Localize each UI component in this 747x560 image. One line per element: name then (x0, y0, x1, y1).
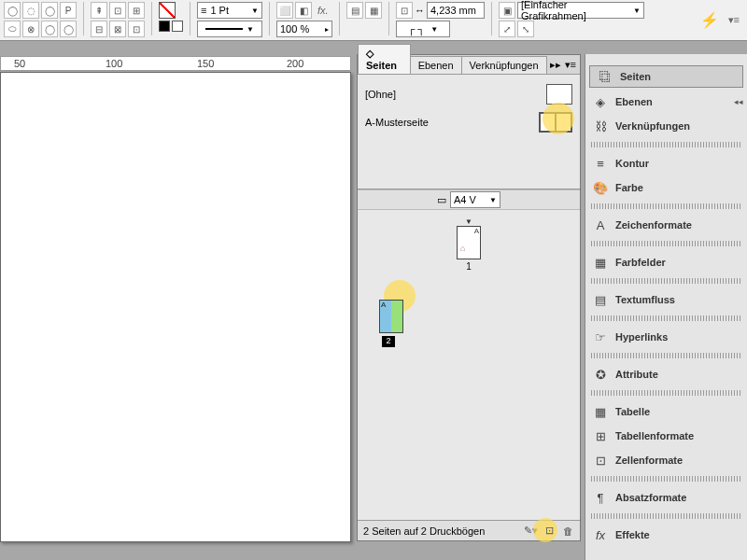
shape-btn-6[interactable]: ◯ (41, 21, 58, 37)
new-page-icon[interactable]: ⊡ (543, 525, 556, 538)
stroke-icon: ≡ (593, 156, 608, 171)
stroke-black-swatch[interactable] (159, 21, 170, 32)
sidebar-item-zeichenformate[interactable]: A Zeichenformate (585, 213, 747, 237)
attribute-icon: ✪ (593, 367, 608, 382)
misc-btn-1[interactable]: ⤢ (499, 21, 515, 37)
ruler-tick: 50 (14, 58, 25, 69)
zoom-field[interactable]: 100 % ▸ (276, 21, 332, 37)
links-icon: ⛓ (593, 119, 608, 133)
page-2-label: 2 (382, 336, 395, 347)
shape-btn-4[interactable]: ⬭ (4, 21, 21, 37)
charstyle-icon: A (593, 217, 608, 232)
sidebar-item-tabellenformate[interactable]: ⊞ Tabellenformate (585, 424, 747, 448)
shape-btn-2[interactable]: ◌ (22, 2, 39, 19)
ruler-tick: 100 (106, 58, 122, 69)
sidebar-item-kontur[interactable]: ≡ Kontur (585, 151, 747, 175)
stroke-weight-value: 1 Pt (210, 5, 229, 16)
page-2-thumb[interactable]: A (379, 300, 403, 333)
frame-type-value: [Einfacher Grafikrahmen] (521, 0, 633, 21)
wrap-btn-2[interactable]: ▦ (365, 2, 382, 19)
sidebar-item-attribute[interactable]: ✪ Attribute (585, 362, 747, 386)
lightning-icon[interactable]: ⚡ (700, 11, 719, 29)
parastyle-icon: ¶ (593, 490, 608, 505)
sidebar-item-verknuepfungen[interactable]: ⛓ Verknüpfungen (585, 114, 747, 138)
stroke-weight-field[interactable]: ≡ 1 Pt ▼ (197, 2, 262, 19)
corner-field[interactable]: ┌ ┐▼ (396, 21, 450, 37)
page-size-field[interactable]: A4 V ▼ (450, 191, 500, 208)
master-none-label[interactable]: [Ohne] (365, 89, 396, 100)
top-toolbar: ◯ ◌ ◯ P ⬭ ⊗ ◯ ◯ ⇞ ⊡ ⊞ ⊟ ⊠ ⊡ (0, 0, 747, 41)
collapse-arrow-icon[interactable]: ◂◂ (734, 97, 743, 106)
shape-btn-5[interactable]: ⊗ (22, 21, 39, 37)
master-a-label[interactable]: A-Musterseite (365, 117, 429, 128)
dim-arrow-icon: ↔ (415, 5, 425, 16)
page-size-icon: ▭ (437, 194, 446, 206)
sidebar-item-zellenformate[interactable]: ⊡ Zellenformate (585, 448, 747, 472)
panel-collapse-icon[interactable]: ▸▸ (550, 59, 561, 71)
sidebar-item-ebenen[interactable]: ◈ Ebenen (585, 90, 747, 114)
menu-icon[interactable]: ▾≡ (728, 14, 740, 26)
stroke-white-swatch[interactable] (172, 21, 183, 32)
hyperlink-icon: ☞ (593, 329, 608, 344)
dimension-field[interactable]: 4,233 mm (427, 2, 485, 19)
pages-panel-footer: 2 Seiten auf 2 Druckbögen ✎▾ ⊡ 🗑 (358, 520, 580, 540)
frame-type-field[interactable]: [Einfacher Grafikrahmen] ▼ (517, 2, 644, 19)
footer-status: 2 Seiten auf 2 Druckbögen (363, 525, 518, 537)
panel-menu-icon[interactable]: ▾≡ (565, 59, 576, 71)
swatches-icon: ▦ (593, 255, 608, 270)
layers-icon: ◈ (593, 94, 608, 109)
page-1-label: 1 (365, 261, 572, 272)
tab-verknuepfungen[interactable]: Verknüpfungen (461, 56, 547, 74)
sidebar-item-absatzformate[interactable]: ¶ Absatzformate (585, 485, 747, 510)
color-icon: 🎨 (593, 180, 608, 195)
align-btn-4[interactable]: ⊟ (91, 21, 107, 37)
tablestyle-icon: ⊞ (593, 428, 608, 443)
tab-ebenen[interactable]: Ebenen (410, 56, 462, 74)
fx-label[interactable]: fx. (317, 5, 329, 16)
sidebar-item-effekte[interactable]: fx Effekte (585, 523, 747, 547)
cellstyle-icon: ⊡ (593, 453, 608, 468)
crop-icon[interactable]: ⊡ (396, 2, 413, 19)
fill-btn[interactable]: ◧ (295, 2, 312, 19)
master-pages-area: [Ohne] A-Musterseite (358, 75, 580, 142)
page-size-bar: ▭ A4 V ▼ (358, 189, 580, 210)
document-canvas[interactable] (0, 72, 351, 542)
shape-btn-1[interactable]: ◯ (4, 2, 21, 19)
align-btn-3[interactable]: ⊞ (128, 2, 145, 19)
pages-panel: ◇ Seiten Ebenen Verknüpfungen ▸▸ ▾≡ [Ohn… (357, 54, 581, 541)
align-btn-1[interactable]: ⇞ (91, 2, 107, 19)
right-sidebar: ◂◂ ⿻ Seiten ◈ Ebenen ⛓ Verknüpfungen ≡ K… (585, 54, 747, 560)
horizontal-ruler[interactable]: 50 100 150 200 (0, 56, 351, 71)
page-1-thumb[interactable]: A ⌂ (457, 226, 481, 259)
table-icon: ▦ (593, 404, 608, 419)
sidebar-item-tabelle[interactable]: ▦ Tabelle (585, 399, 747, 424)
shape-btn-3[interactable]: ◯ (41, 2, 58, 19)
pages-icon: ⿻ (598, 69, 613, 84)
wrap-btn-1[interactable]: ▤ (346, 2, 363, 19)
shape-btn-7[interactable]: ◯ (60, 21, 77, 37)
ruler-tick: 200 (287, 58, 303, 69)
ruler-tick: 150 (197, 58, 214, 69)
effects-icon: fx (593, 527, 608, 542)
delete-page-icon[interactable]: 🗑 (561, 525, 574, 538)
sidebar-item-textumfluss[interactable]: ▤ Textumfluss (585, 287, 747, 312)
sidebar-item-farbfelder[interactable]: ▦ Farbfelder (585, 250, 747, 274)
sidebar-item-farbe[interactable]: 🎨 Farbe (585, 175, 747, 200)
align-btn-5[interactable]: ⊠ (109, 21, 126, 37)
pages-area[interactable]: ▼ A ⌂ 1 A 2 (358, 210, 580, 520)
fill-swatch[interactable] (159, 2, 176, 19)
sidebar-item-hyperlinks[interactable]: ☞ Hyperlinks (585, 325, 747, 349)
frame-icon: ▣ (499, 2, 515, 19)
align-btn-6[interactable]: ⊡ (128, 21, 145, 37)
tab-seiten[interactable]: ◇ Seiten (358, 44, 411, 74)
sidebar-item-seiten[interactable]: ⿻ Seiten (589, 65, 743, 88)
gradient-btn[interactable]: ⬜ (276, 2, 293, 19)
master-none-thumb[interactable] (546, 84, 572, 105)
align-btn-2[interactable]: ⊡ (109, 2, 126, 19)
stroke-style-field[interactable]: ▼ (197, 21, 262, 37)
highlight-marker (543, 103, 574, 134)
textwrap-icon: ▤ (593, 292, 608, 307)
misc-btn-2[interactable]: ⤡ (517, 21, 534, 37)
text-tool-btn[interactable]: P (60, 2, 77, 19)
zoom-value: 100 % (280, 23, 309, 35)
